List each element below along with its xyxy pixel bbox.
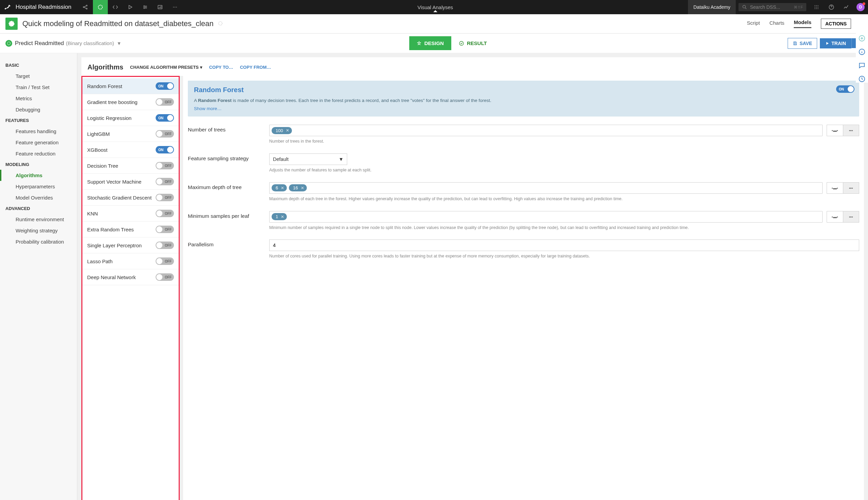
nav-item[interactable]: Runtime environment	[0, 214, 77, 225]
project-title[interactable]: Hospital Readmission	[15, 4, 71, 11]
search-icon	[742, 4, 747, 10]
remove-pill-icon[interactable]: ✕	[301, 186, 304, 190]
algorithm-item[interactable]: Gradient tree boostingOFF	[82, 94, 179, 110]
rail-info-icon[interactable]	[858, 48, 866, 56]
dropdown-icon[interactable]: ▼	[116, 41, 121, 46]
design-tab[interactable]: DESIGN	[409, 36, 451, 50]
nav-item[interactable]: Weighting strategy	[0, 225, 77, 236]
tab-charts[interactable]: Charts	[769, 20, 784, 28]
algorithm-toggle[interactable]: OFF	[156, 258, 174, 265]
share-icon[interactable]	[78, 0, 93, 14]
minsamp-input[interactable]: 1✕	[269, 211, 823, 223]
algorithm-item[interactable]: Single Layer PerceptronOFF	[82, 238, 179, 253]
save-button[interactable]: SAVE	[788, 38, 817, 49]
result-tab[interactable]: RESULT	[451, 36, 494, 50]
copy-to-link[interactable]: COPY TO…	[209, 65, 233, 70]
maxdepth-input[interactable]: 6✕ 16✕	[269, 182, 823, 194]
center-breadcrumb[interactable]: Visual Analyses	[182, 4, 688, 10]
ml-task-title[interactable]: Predict Readmitted	[15, 40, 64, 47]
algorithm-item[interactable]: Stochastic Gradient DescentOFF	[82, 190, 179, 206]
ntrees-pill[interactable]: 100✕	[271, 127, 292, 134]
algorithm-toggle[interactable]: OFF	[156, 226, 174, 233]
algorithm-toggle[interactable]: OFF	[156, 194, 174, 201]
maxdepth-pill-1[interactable]: 6✕	[271, 184, 287, 191]
academy-link[interactable]: Dataiku Academy	[688, 0, 736, 14]
train-button[interactable]: TRAIN	[820, 38, 852, 48]
more-icon[interactable]	[167, 0, 182, 14]
nav-item[interactable]: Metrics	[0, 93, 77, 104]
featsamp-select[interactable]: Default▼	[269, 154, 347, 165]
rail-chat-icon[interactable]	[858, 62, 866, 69]
remove-pill-icon[interactable]: ✕	[286, 128, 289, 133]
show-more-link[interactable]: Show more…	[194, 106, 222, 111]
algorithm-item[interactable]: Extra Random TreesOFF	[82, 221, 179, 238]
ntrees-mode[interactable]: ▪▬▪▪▪▪	[827, 125, 859, 136]
algorithm-item[interactable]: XGBoostON	[82, 142, 179, 158]
algorithm-item[interactable]: KNNOFF	[82, 206, 179, 221]
flow-icon[interactable]	[93, 0, 108, 14]
algorithm-toggle[interactable]: ON	[156, 146, 174, 154]
nav-item[interactable]: Model Overrides	[0, 192, 77, 203]
minsamp-pill[interactable]: 1✕	[271, 213, 287, 220]
remove-pill-icon[interactable]: ✕	[281, 186, 284, 190]
maxdepth-pill-2[interactable]: 16✕	[289, 184, 307, 191]
apps-icon[interactable]	[809, 0, 824, 14]
algorithm-item[interactable]: Decision TreeOFF	[82, 158, 179, 174]
algorithms-header: Algorithms CHANGE ALGORITHM PRESETS ▾ CO…	[81, 57, 864, 76]
maxdepth-mode[interactable]: ▪▬▪▪▪▪	[827, 182, 859, 194]
stack-icon[interactable]	[138, 0, 153, 14]
search-input[interactable]: Search DSS... ⌘⇧F	[738, 3, 806, 11]
side-nav: BASIC TargetTrain / Test SetMetricsDebug…	[0, 53, 77, 500]
algorithm-toggle[interactable]: OFF	[156, 178, 174, 185]
search-placeholder: Search DSS...	[750, 4, 780, 10]
activity-icon[interactable]	[839, 0, 854, 14]
parallel-input[interactable]	[269, 239, 859, 251]
nav-item[interactable]: Target	[0, 70, 77, 82]
nav-item[interactable]: Hyperparameters	[0, 181, 77, 192]
svg-point-6	[175, 7, 175, 8]
nav-item[interactable]: Feature generation	[0, 137, 77, 148]
algorithm-item[interactable]: Logistic RegressionON	[82, 110, 179, 126]
algorithm-item[interactable]: Lasso PathOFF	[82, 253, 179, 269]
algorithm-item[interactable]: Support Vector MachineOFF	[82, 174, 179, 190]
copy-from-link[interactable]: COPY FROM…	[240, 65, 271, 70]
algorithm-toggle[interactable]: OFF	[156, 162, 174, 169]
rail-add-icon[interactable]	[858, 35, 866, 42]
nav-item[interactable]: Algorithms	[0, 170, 77, 181]
help-icon[interactable]	[824, 0, 839, 14]
nav-item[interactable]: Train / Test Set	[0, 82, 77, 93]
change-preset-link[interactable]: CHANGE ALGORITHM PRESETS ▾	[130, 65, 202, 70]
algorithm-toggle[interactable]: OFF	[156, 130, 174, 137]
result-icon	[459, 41, 464, 46]
algorithm-item[interactable]: LightGBMOFF	[82, 126, 179, 142]
tab-script[interactable]: Script	[747, 20, 760, 28]
right-rail	[856, 14, 868, 83]
algorithm-item[interactable]: Random ForestON	[82, 78, 179, 94]
tab-models[interactable]: Models	[794, 19, 811, 28]
nav-item[interactable]: Features handling	[0, 126, 77, 137]
svg-point-7	[176, 7, 177, 8]
algorithm-toggle[interactable]: ON	[156, 82, 174, 90]
remove-pill-icon[interactable]: ✕	[281, 214, 284, 219]
detail-toggle[interactable]: ON	[836, 86, 855, 93]
ntrees-input[interactable]: 100✕	[269, 125, 823, 136]
dashboard-icon[interactable]	[153, 0, 167, 14]
nav-item[interactable]: Feature reduction	[0, 148, 77, 159]
algorithm-toggle[interactable]: OFF	[156, 210, 174, 217]
algorithm-toggle[interactable]: ON	[156, 114, 174, 122]
refresh-icon[interactable]	[218, 21, 223, 27]
avatar[interactable]: D	[856, 3, 865, 11]
actions-button[interactable]: ACTIONS	[821, 19, 851, 29]
rail-history-icon[interactable]	[858, 75, 866, 83]
play-icon[interactable]	[123, 0, 138, 14]
algorithm-toggle[interactable]: OFF	[156, 241, 174, 249]
nav-item[interactable]: Probability calibration	[0, 236, 77, 247]
algorithm-toggle[interactable]: OFF	[156, 273, 174, 281]
code-icon[interactable]	[108, 0, 123, 14]
minsamp-mode[interactable]: ▪▬▪▪▪▪	[827, 211, 859, 223]
design-icon	[417, 41, 421, 46]
algorithm-item[interactable]: Deep Neural NetworkOFF	[82, 269, 179, 285]
bird-logo-icon[interactable]	[3, 3, 15, 12]
nav-item[interactable]: Debugging	[0, 104, 77, 115]
algorithm-toggle[interactable]: OFF	[156, 98, 174, 106]
